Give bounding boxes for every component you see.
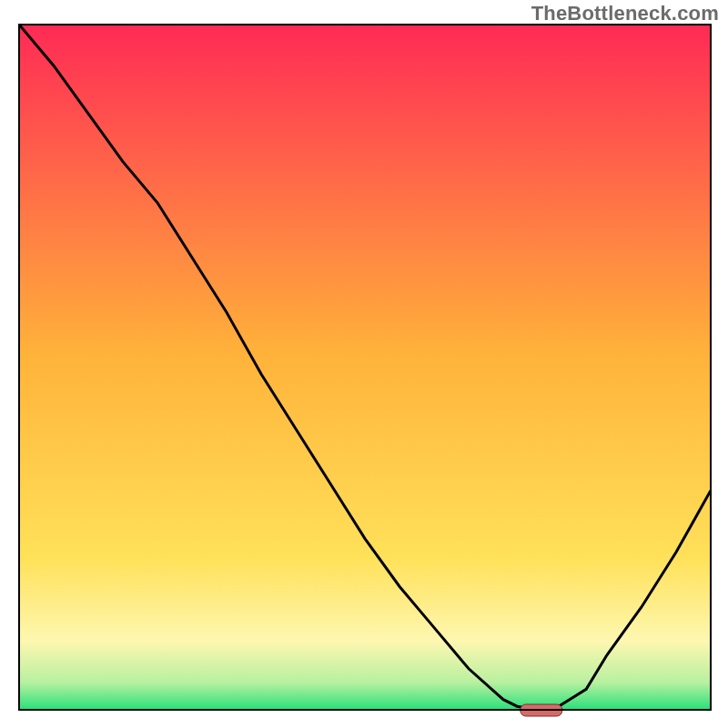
gradient-background <box>19 25 711 710</box>
watermark-text: TheBottleneck.com <box>531 2 719 25</box>
bottleneck-chart <box>0 0 728 728</box>
chart-stage: TheBottleneck.com <box>0 0 728 728</box>
